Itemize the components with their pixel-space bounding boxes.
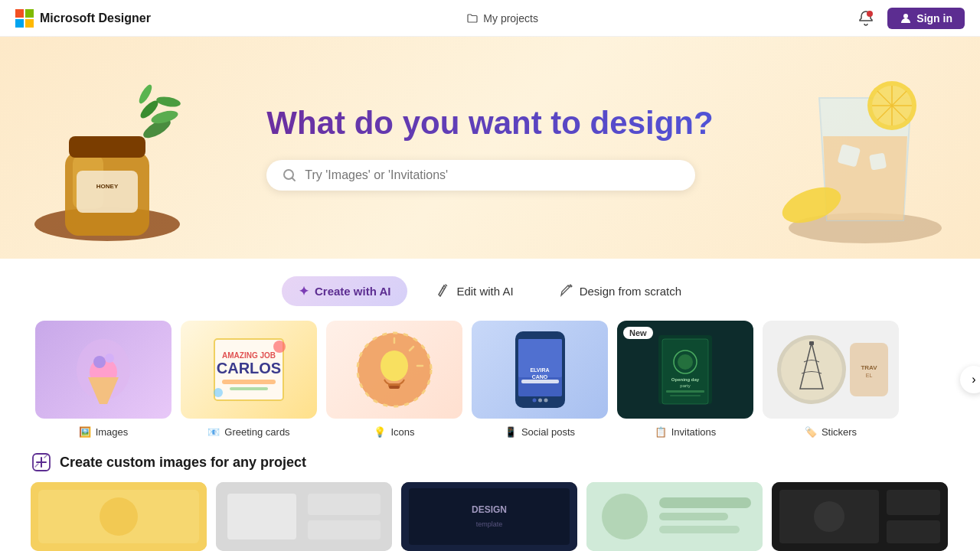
bottom-card-3[interactable]: DESIGN template bbox=[401, 482, 577, 551]
svg-point-0 bbox=[867, 11, 873, 17]
gallery-label-social: 📱 Social posts bbox=[505, 426, 575, 438]
tab-edit-ai[interactable]: Edit with AI bbox=[420, 276, 530, 307]
svg-rect-32 bbox=[230, 387, 268, 390]
svg-text:CANO: CANO bbox=[531, 374, 547, 380]
design-scratch-icon bbox=[560, 283, 573, 299]
search-input[interactable] bbox=[305, 168, 680, 182]
navbar-left: Microsoft Designer bbox=[15, 9, 151, 28]
navbar: Microsoft Designer My projects Sign in bbox=[0, 0, 980, 37]
hero-right-decoration bbox=[750, 37, 980, 259]
svg-rect-50 bbox=[662, 339, 708, 404]
greeting-card-content: AMAZING JOB CARLOS bbox=[181, 321, 317, 419]
bottom-card-5[interactable] bbox=[772, 482, 948, 551]
bottom-card-1-content bbox=[31, 482, 207, 551]
svg-point-10 bbox=[155, 95, 181, 108]
svg-rect-59 bbox=[809, 341, 814, 345]
gallery-item-icons[interactable]: 💡 Icons bbox=[322, 321, 467, 438]
stickers-icon: 🏷️ bbox=[805, 426, 817, 438]
search-icon bbox=[282, 168, 297, 183]
gallery-next-button[interactable]: › bbox=[960, 366, 980, 393]
svg-rect-31 bbox=[222, 380, 276, 384]
greeting-icon: 📧 bbox=[207, 426, 220, 438]
invitations-label: Invitations bbox=[671, 426, 717, 438]
svg-rect-68 bbox=[227, 494, 296, 540]
my-projects-link[interactable]: My projects bbox=[459, 9, 546, 28]
create-custom-label: Create custom images for any project bbox=[60, 455, 306, 471]
svg-point-76 bbox=[602, 494, 648, 540]
wand-icon bbox=[436, 283, 450, 297]
svg-rect-55 bbox=[666, 390, 704, 393]
hero-center-content: What do you want to design? bbox=[266, 105, 713, 191]
gallery-item-stickers[interactable]: TRAV EL 🏷️ Stickers bbox=[758, 321, 903, 438]
icons-label: Icons bbox=[390, 426, 414, 438]
greeting-illustration: AMAZING JOB CARLOS bbox=[199, 328, 299, 412]
tab-create-ai[interactable]: ✦ Create with AI bbox=[282, 276, 407, 306]
pencil-ruler-icon bbox=[560, 283, 573, 297]
svg-point-47 bbox=[538, 399, 542, 403]
svg-point-37 bbox=[381, 350, 408, 381]
svg-rect-82 bbox=[887, 490, 940, 515]
hero-title: What do you want to design? bbox=[266, 105, 713, 142]
microsoft-logo bbox=[15, 9, 34, 28]
gallery-label-icons: 💡 Icons bbox=[374, 426, 414, 438]
bottom-card-1[interactable] bbox=[31, 482, 207, 551]
social-icon: 📱 bbox=[505, 426, 517, 438]
svg-text:HONEY: HONEY bbox=[96, 183, 119, 190]
svg-point-58 bbox=[781, 339, 842, 400]
tab-design-scratch[interactable]: Design from scratch bbox=[543, 276, 698, 307]
svg-rect-77 bbox=[659, 497, 751, 508]
svg-rect-43 bbox=[521, 380, 559, 383]
logo-yellow bbox=[25, 19, 34, 28]
svg-rect-72 bbox=[409, 488, 570, 545]
svg-point-12 bbox=[137, 83, 155, 105]
bottom-card-2[interactable] bbox=[216, 482, 392, 551]
create-custom-section: Create custom images for any project bbox=[0, 438, 980, 482]
svg-rect-70 bbox=[308, 520, 381, 540]
gallery-item-social[interactable]: ELVIRA CANO 📱 Social posts bbox=[467, 321, 612, 438]
gallery-item-invitations[interactable]: New Opening day party 📋 Invitations bbox=[612, 321, 758, 438]
hero-left-decoration: HONEY bbox=[0, 37, 214, 259]
gallery-row: 🖼️ Images AMAZING JOB CARLOS 📧 Greeting … bbox=[0, 321, 980, 438]
lightbulb-illustration bbox=[352, 328, 436, 412]
gallery-item-images[interactable]: 🖼️ Images bbox=[31, 321, 176, 438]
tab-edit-ai-label: Edit with AI bbox=[456, 285, 513, 298]
images-icon: 🖼️ bbox=[79, 426, 91, 438]
chevron-icon: › bbox=[972, 373, 975, 386]
sticker-illustration: TRAV EL bbox=[766, 328, 896, 412]
svg-rect-22 bbox=[869, 153, 887, 171]
svg-point-48 bbox=[544, 399, 547, 403]
tab-design-scratch-label: Design from scratch bbox=[580, 285, 681, 298]
svg-point-84 bbox=[814, 501, 844, 532]
svg-rect-39 bbox=[389, 386, 400, 389]
social-label: Social posts bbox=[521, 426, 575, 438]
gallery-item-greeting[interactable]: AMAZING JOB CARLOS 📧 Greeting cards bbox=[176, 321, 322, 438]
svg-text:DESIGN: DESIGN bbox=[472, 504, 507, 515]
gallery-card-icons bbox=[326, 321, 462, 419]
hero-search-bar[interactable] bbox=[266, 160, 695, 191]
notifications-icon[interactable] bbox=[854, 6, 878, 31]
svg-text:EL: EL bbox=[866, 373, 873, 378]
svg-rect-78 bbox=[659, 513, 728, 520]
gallery-card-greeting: AMAZING JOB CARLOS bbox=[181, 321, 317, 419]
gallery-card-stickers: TRAV EL bbox=[763, 321, 899, 419]
stickers-card-content: TRAV EL bbox=[763, 321, 899, 419]
bottom-card-4[interactable] bbox=[586, 482, 763, 551]
images-label: Images bbox=[96, 426, 129, 438]
navbar-right: Sign in bbox=[854, 6, 965, 31]
icons-card-content bbox=[326, 321, 462, 419]
svg-text:party: party bbox=[680, 383, 690, 388]
svg-rect-56 bbox=[670, 395, 701, 396]
hero-section: HONEY bbox=[0, 37, 980, 259]
gallery-label-invitations: 📋 Invitations bbox=[655, 426, 717, 438]
signin-button[interactable]: Sign in bbox=[887, 8, 965, 29]
bottom-card-2-content bbox=[216, 482, 392, 551]
invitation-illustration: Opening day party bbox=[647, 328, 724, 412]
honey-jar-svg: HONEY bbox=[23, 60, 191, 259]
my-projects-label: My projects bbox=[483, 12, 538, 24]
logo-blue bbox=[15, 19, 24, 28]
svg-text:CARLOS: CARLOS bbox=[217, 360, 281, 377]
icons-icon: 💡 bbox=[374, 426, 386, 438]
gallery-label-images: 🖼️ Images bbox=[79, 426, 129, 438]
svg-rect-6 bbox=[77, 171, 138, 213]
person-icon bbox=[900, 12, 912, 24]
